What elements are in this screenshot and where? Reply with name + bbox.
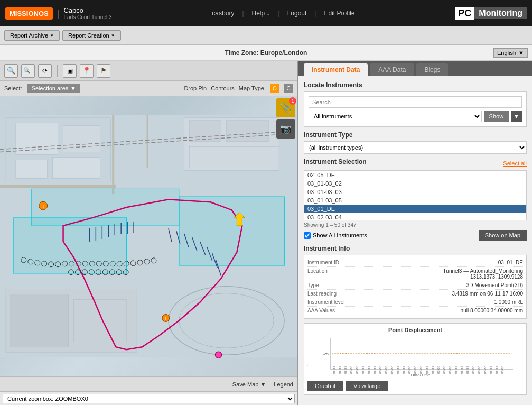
zoom-select[interactable]: Current zoombox: ZOOMBOX0: [3, 394, 295, 403]
app-header: MISSIONOS | Capco Earls Court Tunnel 3 c…: [0, 0, 532, 26]
tab-blogs[interactable]: Blogs: [416, 63, 448, 76]
pan-tool[interactable]: ⟳: [38, 64, 52, 78]
camera-button[interactable]: 📷: [276, 119, 295, 139]
show-all-label: Show All Instruments: [313, 232, 367, 238]
tab-instrument-data[interactable]: Instrument Data: [304, 63, 368, 76]
instrument-type-section: Instrument Type (all instrument types): [304, 131, 527, 154]
svg-text:-25: -25: [322, 352, 329, 356]
company-name: Capco: [63, 6, 111, 14]
instrument-item-3[interactable]: 03_01-03_05: [304, 196, 526, 205]
show-all-row: Show All Instruments Show on Map: [304, 230, 527, 241]
main-content: 🔍 🔍- ⟳ ▣ 📍 ⚑ Select: Selection area ▼ Dr…: [0, 61, 532, 405]
main-toolbar: Report Archive ▼ Report Creation ▼: [0, 26, 532, 45]
map-area[interactable]: ! !: [0, 96, 297, 376]
project-info: Capco Earls Court Tunnel 3: [63, 6, 111, 20]
svg-text:Date/Time: Date/Time: [411, 373, 431, 378]
icons-panel: 📎 1 📷: [274, 96, 297, 141]
instrument-item-2[interactable]: 03_01-03_03: [304, 188, 526, 196]
show-arrow-button[interactable]: ▼: [511, 111, 522, 122]
info-row-1: Location Tunnel3 — Automated_Monitoring1…: [307, 267, 523, 281]
map-background: ! !: [0, 96, 297, 376]
svg-text:08.88: 08.88: [350, 365, 353, 374]
legend-button[interactable]: Legend: [274, 381, 293, 388]
all-instruments-select[interactable]: All instruments: [309, 111, 482, 122]
lang-arrow-icon: ▼: [518, 50, 524, 56]
info-row-5: AAA Values null 8.00000 34.00000 mm: [307, 307, 523, 315]
view-large-button[interactable]: View large: [346, 381, 388, 391]
svg-text:08.88: 08.88: [454, 365, 458, 374]
info-value-4: 1.0000 mRL: [494, 299, 523, 305]
svg-rect-14: [11, 294, 69, 347]
instrument-type-select[interactable]: (all instrument types): [304, 141, 527, 154]
monitoring-label: Monitoring: [474, 7, 527, 19]
svg-text:08.88: 08.88: [373, 365, 376, 374]
instrument-type-title: Instrument Type: [304, 131, 527, 139]
locate-instruments-title: Locate Instruments: [304, 81, 527, 89]
instrument-item-1[interactable]: 03_01-03_02: [304, 179, 526, 188]
info-value-1: Tunnel3 — Automated_Monitoring1313.1373,…: [443, 268, 523, 280]
right-panel: Instrument Data AAA Data Blogs Locate In…: [298, 61, 532, 405]
instrument-select-row: All instruments Show ▼: [309, 111, 522, 122]
selection-area-button[interactable]: Selection area ▼: [27, 84, 80, 93]
svg-rect-3: [63, 126, 100, 152]
info-label-2: Type: [307, 282, 319, 288]
instrument-item-4[interactable]: 03_01_DE: [304, 205, 526, 213]
svg-rect-20: [13, 218, 126, 273]
nav-help[interactable]: Help ↓: [252, 10, 270, 17]
drop-pin-label[interactable]: Drop Pin: [184, 85, 207, 91]
instrument-selection-section: Instrument Selection Select all 02_05_DE…: [304, 158, 527, 241]
show-all-checkbox[interactable]: [304, 232, 311, 239]
svg-text:08.88: 08.88: [501, 365, 504, 374]
svg-text:!: !: [42, 203, 44, 209]
show-on-map-button[interactable]: Show on Map: [479, 230, 527, 241]
svg-rect-15: [74, 300, 127, 342]
info-value-3: 3.4819 mm on 06-11-17 16:00: [452, 291, 523, 297]
svg-text:08.88: 08.88: [478, 365, 481, 374]
zoom-in-tool[interactable]: 🔍: [4, 64, 18, 78]
instrument-item-5[interactable]: 03_02-03_04: [304, 213, 526, 220]
show-button[interactable]: Show: [484, 111, 509, 122]
svg-text:08.88: 08.88: [356, 365, 359, 374]
instrument-list[interactable]: 02_05_DE 03_01-03_02 03_01-03_03 03_01-0…: [304, 170, 527, 220]
svg-text:08.88: 08.88: [466, 365, 469, 374]
info-label-4: Instrument level: [307, 299, 345, 305]
chart-section: Point Displacement Displacement,. -25: [304, 323, 527, 395]
svg-text:08.88: 08.88: [396, 365, 399, 374]
svg-text:08.88: 08.88: [449, 365, 452, 374]
save-map-button[interactable]: Save Map ▼: [232, 381, 266, 388]
flag-tool[interactable]: ⚑: [97, 64, 110, 78]
svg-text:08.88: 08.88: [437, 365, 440, 374]
svg-rect-22: [32, 189, 179, 226]
attachment-button[interactable]: 📎 1: [276, 98, 295, 117]
svg-text:08.88: 08.88: [338, 365, 341, 374]
svg-rect-21: [179, 197, 284, 265]
instrument-list-container: 02_05_DE 03_01-03_02 03_01-03_03 03_01-0…: [304, 170, 527, 241]
map-type-orange-btn[interactable]: O: [270, 84, 279, 93]
instrument-type-form: (all instrument types): [304, 141, 527, 154]
zoom-out-tool[interactable]: 🔍-: [21, 64, 35, 78]
graph-it-button[interactable]: Graph it: [307, 381, 343, 391]
svg-rect-5: [53, 158, 100, 179]
select-all-link[interactable]: Select all: [503, 160, 527, 167]
report-creation-button[interactable]: Report Creation ▼: [62, 30, 121, 41]
layers-tool[interactable]: ▣: [63, 64, 77, 78]
pin-tool[interactable]: 📍: [80, 64, 94, 78]
language-selector[interactable]: English ▼: [493, 48, 528, 58]
header-nav: casbury | Help ↓ | Logout | Edit Profile: [212, 10, 354, 17]
contours-label[interactable]: Contours: [211, 85, 235, 91]
nav-edit-profile[interactable]: Edit Profile: [324, 10, 354, 17]
svg-text:08.88: 08.88: [472, 365, 475, 374]
svg-text:08.88: 08.88: [367, 365, 370, 374]
search-input[interactable]: [309, 96, 522, 108]
instrument-item-0[interactable]: 02_05_DE: [304, 171, 526, 179]
tab-aaa-data[interactable]: AAA Data: [370, 63, 414, 76]
report-archive-button[interactable]: Report Archive ▼: [4, 30, 60, 41]
map-controls-right: Drop Pin Contours Map Type: O C: [184, 84, 293, 93]
showing-text: Showing 1 – 50 of 347: [304, 222, 527, 228]
locate-instruments-form: All instruments Show ▼: [304, 91, 527, 127]
selection-area-arrow: ▼: [70, 85, 76, 91]
info-row-3: Last reading 3.4819 mm on 06-11-17 16:00: [307, 290, 523, 298]
nav-logout[interactable]: Logout: [287, 10, 307, 17]
map-type-grey-btn[interactable]: C: [284, 84, 293, 93]
info-label-3: Last reading: [307, 291, 337, 297]
